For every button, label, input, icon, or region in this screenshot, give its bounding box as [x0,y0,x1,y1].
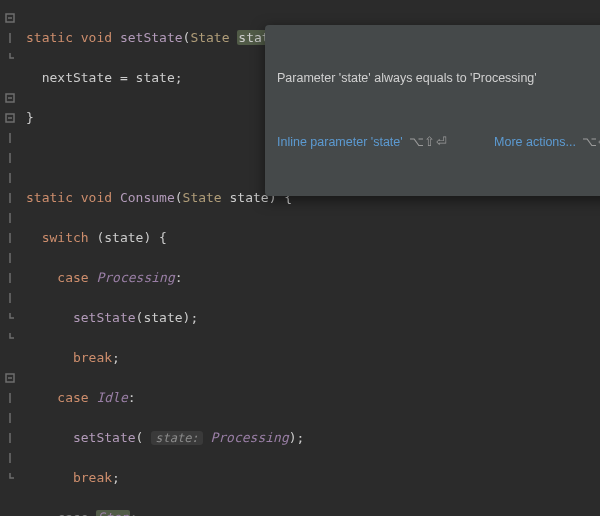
fold-toggle-icon[interactable] [0,108,20,128]
fold-end-icon [0,308,20,328]
code-line[interactable]: case Processing: [26,268,600,288]
code-line[interactable]: setState(state); [26,308,600,328]
inspection-message: Parameter 'state' always equals to 'Proc… [277,69,537,87]
fold-bar [0,28,20,48]
code-editor: static void setState(State state) { next… [0,0,600,516]
fold-bar [0,128,20,148]
fold-bar [0,208,20,228]
fold-bar [0,148,20,168]
fold-bar [0,408,20,428]
fold-end-icon [0,48,20,68]
shortcut-hint: ⌥⏎ [582,133,600,151]
code-line[interactable]: case Idle: [26,388,600,408]
fold-end-icon [0,328,20,348]
more-icon[interactable] [595,72,600,85]
gutter [0,0,20,516]
fold-toggle-icon[interactable] [0,368,20,388]
code-line[interactable]: break; [26,468,600,488]
shortcut-hint: ⌥⇧⏎ [409,133,448,151]
fold-bar [0,428,20,448]
fold-bar [0,188,20,208]
code-line[interactable]: setState( state: Processing); [26,428,600,448]
more-actions-link[interactable]: More actions... [494,133,576,151]
parameter-hint: state: [151,431,202,445]
fold-end-icon [0,468,20,488]
fold-bar [0,228,20,248]
fold-bar [0,288,20,308]
fold-bar [0,448,20,468]
fold-toggle-icon[interactable] [0,8,20,28]
fold-toggle-icon[interactable] [0,88,20,108]
code-area[interactable]: static void setState(State state) { next… [20,0,600,516]
code-line[interactable]: switch (state) { [26,228,600,248]
code-line[interactable]: break; [26,348,600,368]
code-line[interactable]: case Stop: [26,508,600,516]
inline-parameter-action[interactable]: Inline parameter 'state' [277,133,403,151]
inspection-popup: Parameter 'state' always equals to 'Proc… [265,25,600,196]
fold-bar [0,248,20,268]
fold-bar [0,168,20,188]
fold-bar [0,268,20,288]
fold-bar [0,388,20,408]
